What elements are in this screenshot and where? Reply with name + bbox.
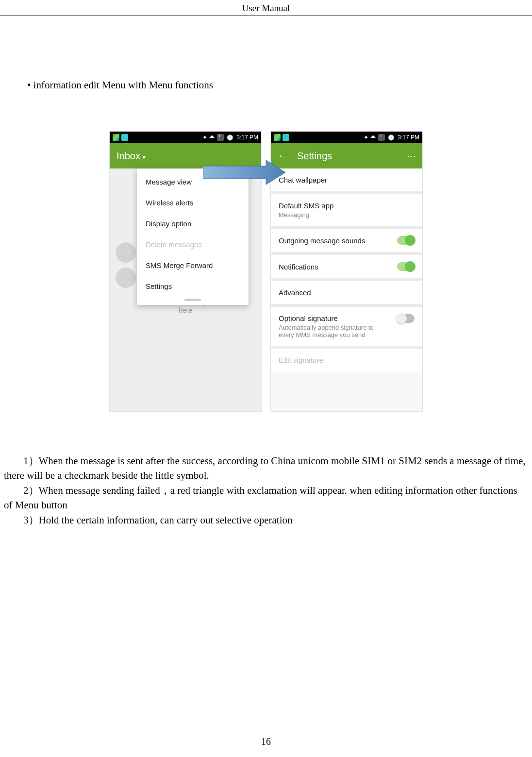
setting-subtext: Messaging <box>279 211 415 219</box>
setting-default-sms[interactable]: Default SMS app Messaging <box>271 194 422 226</box>
status-bar-right: 3:17 PM <box>271 132 422 143</box>
paragraph-1: 1）When the message is sent after the suc… <box>4 454 528 483</box>
clock-icon <box>388 134 395 141</box>
wifi-icon <box>210 134 214 141</box>
setting-optional-signature[interactable]: Optional signature Automatically append … <box>271 307 422 346</box>
menu-wireless-alerts[interactable]: Wireless alerts <box>137 192 249 213</box>
avatar-placeholder <box>116 268 136 288</box>
notification-icon <box>283 134 289 141</box>
setting-subtext: Automatically append signature to every … <box>279 324 376 338</box>
paragraph-3: 3）Hold the certain information, can carr… <box>4 513 528 527</box>
sim-icon <box>217 134 224 141</box>
app-icon <box>113 134 119 141</box>
bluetooth-icon <box>202 134 207 141</box>
clock-icon <box>227 134 233 141</box>
setting-label: Notifications <box>279 263 318 271</box>
setting-label: Optional signature <box>279 314 397 322</box>
toggle-on-icon[interactable] <box>397 262 415 271</box>
setting-label: Edit signature <box>279 356 323 364</box>
menu-settings[interactable]: Settings <box>137 276 249 297</box>
toggle-on-icon[interactable] <box>397 236 415 245</box>
header-title: User Manual <box>242 3 290 13</box>
setting-advanced[interactable]: Advanced <box>271 281 422 304</box>
inbox-body: You'll see the messages listed here Mess… <box>110 168 261 411</box>
phone-settings: 3:17 PM Settings ⋮ Chat wallpaper Defaul… <box>270 131 423 412</box>
bluetooth-icon <box>364 134 368 141</box>
settings-body: Chat wallpaper Default SMS app Messaging… <box>271 168 422 371</box>
empty-line-2: here <box>110 306 261 315</box>
notification-icon <box>121 134 128 141</box>
setting-label: Default SMS app <box>279 202 415 210</box>
menu-drag-handle[interactable] <box>184 299 201 301</box>
status-bar-left: 3:17 PM <box>110 132 261 143</box>
setting-label: Advanced <box>279 288 311 297</box>
menu-display-option[interactable]: Display option <box>137 213 249 234</box>
setting-outgoing-sounds[interactable]: Outgoing message sounds <box>271 229 422 252</box>
wifi-icon <box>371 134 375 141</box>
app-icon <box>274 134 281 141</box>
avatar-placeholder <box>116 242 136 263</box>
toggle-off-icon[interactable] <box>397 314 415 323</box>
header-rule <box>0 16 532 16</box>
screenshots-row: 3:17 PM Inbox You'll see the messages li… <box>4 131 528 412</box>
intro-line: • information edit Menu with Menu functi… <box>27 79 528 91</box>
page-number: 16 <box>0 736 532 747</box>
menu-delete-messages: Delete messages <box>137 234 249 255</box>
overflow-icon[interactable]: ⋮ <box>406 152 417 160</box>
status-time: 3:17 PM <box>236 134 258 141</box>
inbox-context-menu: Message view Wireless alerts Display opt… <box>137 168 249 305</box>
sim-icon <box>378 134 385 141</box>
arrow-icon <box>203 159 286 185</box>
status-time: 3:17 PM <box>398 134 419 141</box>
menu-sms-merge-forward[interactable]: SMS Merge Forward <box>137 255 249 276</box>
body-paragraphs: 1）When the message is sent after the suc… <box>4 454 528 527</box>
setting-label: Outgoing message sounds <box>279 236 365 245</box>
svg-marker-0 <box>203 160 285 185</box>
settings-app-bar: Settings ⋮ <box>271 143 422 168</box>
paragraph-2: 2）When message sending failed，a red tria… <box>4 483 528 513</box>
setting-chat-wallpaper[interactable]: Chat wallpaper <box>271 168 422 191</box>
doc-header: User Manual <box>0 0 532 14</box>
settings-title: Settings <box>297 151 408 162</box>
setting-edit-signature: Edit signature <box>271 349 422 371</box>
setting-notifications[interactable]: Notifications <box>271 255 422 278</box>
